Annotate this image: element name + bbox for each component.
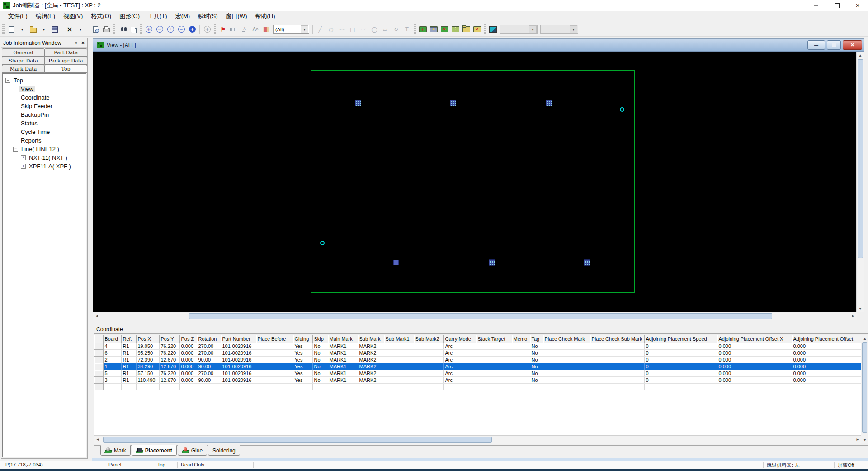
row-header-cell[interactable] xyxy=(94,350,103,357)
copy-button[interactable] xyxy=(127,24,138,35)
col-header-pos-y[interactable]: Pos Y xyxy=(159,335,179,343)
col-header-stack-target[interactable]: Stack Target xyxy=(476,335,512,343)
minimize-icon[interactable] xyxy=(806,0,826,11)
fiducial-mark[interactable] xyxy=(584,259,590,266)
tab-mark[interactable]: Mark xyxy=(100,445,131,456)
scroll-thumb[interactable] xyxy=(189,313,772,319)
menu-item-7[interactable]: 瞬时(S) xyxy=(194,11,221,21)
scroll-thumb[interactable] xyxy=(862,342,867,433)
col-header-place-before[interactable]: Place Before xyxy=(256,335,293,343)
scroll-left-icon[interactable] xyxy=(94,436,101,443)
collapse-icon[interactable] xyxy=(13,147,18,152)
package-library-button[interactable] xyxy=(450,24,461,35)
table-row[interactable]: 3R1110.49012.6700.00090.00101-0020916Yes… xyxy=(94,377,861,384)
row-header-cell[interactable] xyxy=(94,377,103,384)
col-header-pos-z[interactable]: Pos Z xyxy=(179,335,197,343)
dropdown-arrow-button[interactable] xyxy=(38,24,49,35)
scroll-down-icon[interactable] xyxy=(861,436,868,443)
machine-balance-button[interactable] xyxy=(417,24,428,35)
tree-item-xpf11-a-xpf[interactable]: XPF11-A( XPF ) xyxy=(3,162,86,171)
part-library-button[interactable] xyxy=(461,24,472,35)
fiducial-mark[interactable] xyxy=(546,100,552,106)
col-header-part-number[interactable]: Part Number xyxy=(221,335,256,343)
col-header-skip[interactable]: Skip xyxy=(312,335,328,343)
col-header-ref[interactable]: Ref. xyxy=(121,335,136,343)
col-header-gluing[interactable]: Gluing xyxy=(293,335,312,343)
image-view-button[interactable] xyxy=(487,24,498,35)
chip-mark[interactable] xyxy=(393,260,399,265)
tab-glue[interactable]: Glue xyxy=(178,445,207,456)
coordinate-caption[interactable]: Coordinate xyxy=(94,325,868,334)
tree-item-line-line12[interactable]: Line( LINE12 ) xyxy=(3,145,86,153)
open-job-button[interactable] xyxy=(28,24,38,35)
tree-item-view[interactable]: View xyxy=(3,85,86,93)
scroll-thumb[interactable] xyxy=(103,437,492,443)
menu-item-9[interactable]: 帮助(H) xyxy=(251,11,278,21)
col-header-place-check-mark[interactable]: Place Check Mark xyxy=(543,335,590,343)
delete-button[interactable] xyxy=(64,24,75,35)
col-header-adjoining-placement-speed[interactable]: Adjoining Placement Speed xyxy=(644,335,717,343)
tree-item-cycle-time[interactable]: Cycle Time xyxy=(3,128,86,136)
tree-item-coordinate[interactable]: Coordinate xyxy=(3,93,86,102)
view-minimize-icon[interactable] xyxy=(807,40,825,50)
menu-item-8[interactable]: 窗口(W) xyxy=(222,11,251,21)
layer-filter-dropdown[interactable]: (All) xyxy=(273,25,309,34)
table-horizontal-scrollbar[interactable] xyxy=(94,435,861,444)
view-close-icon[interactable] xyxy=(843,40,862,50)
collapse-icon[interactable] xyxy=(5,78,10,83)
circle-mark[interactable] xyxy=(620,107,624,112)
row-header-cell[interactable] xyxy=(94,370,103,377)
view-horizontal-scrollbar[interactable] xyxy=(93,312,857,320)
machine-line-button[interactable] xyxy=(428,24,439,35)
tab-package-data[interactable]: Package Data xyxy=(44,57,87,65)
tab-part-data[interactable]: Part Data xyxy=(44,48,87,57)
scroll-down-icon[interactable] xyxy=(857,305,864,312)
mark-tool-button[interactable] xyxy=(217,24,228,35)
col-header-adjoining-placement-offset[interactable]: Adjoining Placement Offset xyxy=(792,335,861,343)
zoom-in-button[interactable] xyxy=(143,24,154,35)
tab-shape-data[interactable]: Shape Data xyxy=(2,57,45,65)
job-check-button[interactable] xyxy=(472,24,482,35)
zoom-all-button[interactable] xyxy=(187,24,198,35)
tree-item-backuppin[interactable]: BackupPin xyxy=(3,110,86,119)
maximize-icon[interactable] xyxy=(826,0,847,11)
grid-button[interactable] xyxy=(261,24,272,35)
save-button[interactable] xyxy=(49,24,60,35)
col-header-sub-mark1[interactable]: Sub Mark1 xyxy=(384,335,414,343)
scroll-up-icon[interactable] xyxy=(857,52,864,59)
table-row[interactable]: 4R119.05076.2200.000270.00101-0020916Yes… xyxy=(94,343,861,350)
dropdown-arrow-button[interactable] xyxy=(75,24,86,35)
view-vertical-scrollbar[interactable] xyxy=(856,52,864,312)
col-header-adjoining-placement-offset-x[interactable]: Adjoining Placement Offset X xyxy=(717,335,792,343)
tab-soldering[interactable]: Soldering xyxy=(208,445,240,456)
menu-item-4[interactable]: 图形(G) xyxy=(116,11,143,21)
panel-menu-icon[interactable] xyxy=(73,40,80,46)
scroll-left-icon[interactable] xyxy=(93,312,100,320)
col-header-sub-mark[interactable]: Sub Mark xyxy=(358,335,384,343)
row-header-cell[interactable] xyxy=(94,343,103,350)
menu-item-0[interactable]: 文件(F) xyxy=(5,11,31,21)
col-header-main-mark[interactable]: Main Mark xyxy=(328,335,358,343)
menu-item-6[interactable]: 宏(M) xyxy=(172,11,194,21)
tree-item-skip-feeder[interactable]: Skip Feeder xyxy=(3,102,86,110)
scroll-right-icon[interactable] xyxy=(854,436,861,443)
col-header-pos-x[interactable]: Pos X xyxy=(136,335,159,343)
tab-mark-data[interactable]: Mark Data xyxy=(2,65,45,73)
zoom-page-button[interactable] xyxy=(165,24,176,35)
tab-placement[interactable]: Placement xyxy=(132,445,177,456)
zoom-out-button[interactable] xyxy=(154,24,165,35)
close-icon[interactable] xyxy=(847,0,868,11)
table-row[interactable]: 6R195.25076.2200.000270.00101-0020916Yes… xyxy=(94,350,861,357)
table-vertical-scrollbar[interactable] xyxy=(861,335,868,443)
view-restore-icon[interactable] xyxy=(827,40,841,50)
col-header-rotation[interactable]: Rotation xyxy=(197,335,221,343)
col-header-place-check-sub-mark[interactable]: Place Check Sub Mark xyxy=(590,335,644,343)
board-canvas[interactable] xyxy=(93,52,857,312)
new-file-button[interactable] xyxy=(6,24,17,35)
scroll-thumb[interactable] xyxy=(858,59,863,258)
fiducial-mark[interactable] xyxy=(355,100,361,106)
dropdown-arrow-button[interactable] xyxy=(17,24,28,35)
col-header-sub-mark2[interactable]: Sub Mark2 xyxy=(414,335,443,343)
tab-general[interactable]: General xyxy=(2,48,45,57)
panel-close-icon[interactable] xyxy=(80,40,86,46)
